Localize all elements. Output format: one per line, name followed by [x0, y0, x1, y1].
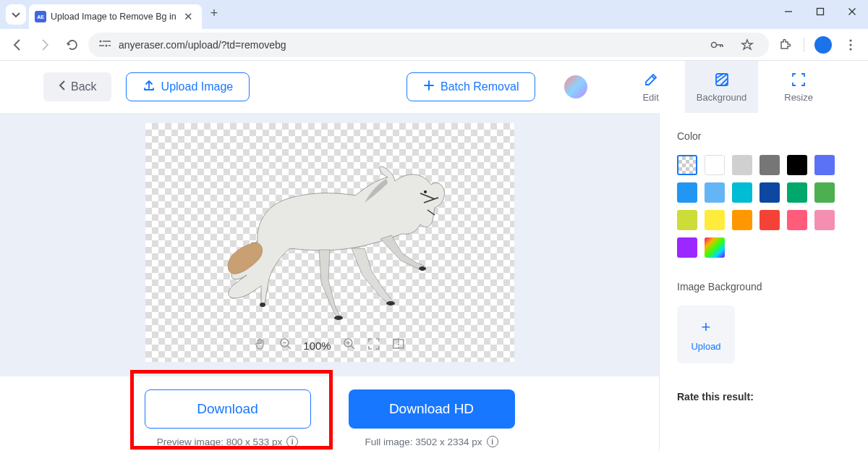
- profile-avatar[interactable]: [812, 33, 835, 56]
- color-swatch-lightgray[interactable]: [732, 155, 752, 175]
- browser-toolbar: anyeraser.com/upload/?td=removebg: [0, 29, 868, 61]
- new-tab-button[interactable]: +: [202, 6, 227, 21]
- tab-favicon: AE: [35, 11, 46, 22]
- svg-point-15: [424, 190, 427, 193]
- user-avatar[interactable]: [564, 75, 587, 98]
- color-swatch-black[interactable]: [787, 155, 807, 175]
- workspace: 100% Download: [0, 113, 660, 451]
- color-swatch-gray[interactable]: [760, 155, 780, 175]
- tab-switcher-button[interactable]: [6, 4, 26, 25]
- svg-point-17: [386, 301, 395, 305]
- canvas-frame[interactable]: 100%: [145, 123, 514, 362]
- svg-point-2: [100, 41, 102, 43]
- tool-tab-resize-label: Resize: [784, 92, 813, 103]
- extensions-icon[interactable]: [773, 33, 796, 56]
- color-grid: [677, 155, 851, 258]
- tool-tab-edit-label: Edit: [642, 92, 658, 103]
- color-swatch-yellow[interactable]: [705, 210, 725, 230]
- nav-forward-button[interactable]: [33, 33, 56, 56]
- zoom-in-icon[interactable]: [343, 337, 356, 354]
- color-swatch-blue[interactable]: [677, 182, 697, 203]
- url-text: anyeraser.com/upload/?td=removebg: [119, 39, 698, 51]
- info-icon[interactable]: i: [487, 436, 498, 447]
- back-label: Back: [71, 80, 97, 93]
- kebab-menu-icon[interactable]: [839, 33, 862, 56]
- color-swatch-teal[interactable]: [787, 182, 807, 203]
- color-swatch-purple[interactable]: [677, 237, 697, 258]
- batch-removal-label: Batch Removal: [441, 80, 519, 93]
- download-hd-button[interactable]: Download HD: [349, 389, 515, 429]
- nav-back-button[interactable]: [6, 33, 29, 56]
- upload-background-tile[interactable]: + Upload: [677, 305, 735, 363]
- plus-icon: [423, 80, 435, 94]
- color-swatch-lightpink[interactable]: [814, 210, 835, 230]
- tool-tab-resize[interactable]: Resize: [773, 61, 825, 113]
- svg-point-13: [849, 48, 851, 50]
- rate-label: Rate this result:: [677, 391, 851, 402]
- download-button[interactable]: Download: [145, 389, 311, 429]
- zoom-value: 100%: [303, 340, 331, 352]
- reload-button[interactable]: [61, 33, 84, 56]
- download-hd-meta: Full image: 3502 x 2334 px i: [365, 436, 498, 447]
- password-key-icon[interactable]: [705, 33, 728, 56]
- svg-point-4: [106, 45, 108, 47]
- image-background-label: Image Background: [677, 281, 851, 292]
- canvas-area: 100%: [0, 113, 659, 376]
- sidebar: Color Image Background + Upload Rate thi…: [660, 113, 868, 451]
- svg-line-24: [352, 346, 354, 349]
- chevron-left-icon: [58, 80, 67, 93]
- color-swatch-orange[interactable]: [732, 210, 752, 230]
- download-hd-col: Download HD Full image: 3502 x 2334 px i: [349, 389, 515, 447]
- compare-icon[interactable]: [392, 337, 405, 354]
- maximize-button[interactable]: [804, 0, 836, 23]
- main: 100% Download: [0, 113, 868, 451]
- color-swatch-pink[interactable]: [787, 210, 807, 230]
- color-swatch-navy[interactable]: [760, 182, 780, 203]
- upload-image-label: Upload Image: [161, 80, 234, 93]
- color-swatch-transparent[interactable]: [677, 155, 697, 175]
- close-window-button[interactable]: [836, 0, 868, 23]
- zoom-toolbar: 100%: [254, 337, 404, 355]
- color-swatch-skyblue[interactable]: [705, 182, 725, 203]
- svg-point-16: [334, 316, 343, 320]
- color-swatch-white[interactable]: [705, 155, 725, 175]
- svg-point-11: [849, 39, 851, 41]
- minimize-button[interactable]: [773, 0, 804, 23]
- browser-titlebar: AE Upload Image to Remove Bg in ✕ +: [0, 0, 868, 29]
- color-swatch-red[interactable]: [760, 210, 780, 230]
- pan-hand-icon[interactable]: [254, 337, 267, 355]
- color-swatch-rainbow[interactable]: [705, 237, 725, 258]
- site-settings-icon[interactable]: [98, 38, 111, 51]
- svg-line-21: [287, 346, 290, 349]
- fullscreen-icon[interactable]: [367, 337, 380, 354]
- svg-rect-1: [817, 9, 824, 15]
- color-swatch-green[interactable]: [814, 182, 835, 203]
- back-button[interactable]: Back: [43, 72, 111, 101]
- url-bar[interactable]: anyeraser.com/upload/?td=removebg: [88, 33, 769, 57]
- bookmark-star-icon[interactable]: [736, 33, 759, 56]
- svg-point-12: [849, 43, 851, 46]
- app-header: Back Upload Image Batch Removal Edit Bac…: [0, 61, 868, 113]
- upload-tile-label: Upload: [691, 341, 720, 352]
- download-meta: Preview image: 800 x 533 px i: [157, 436, 298, 447]
- info-icon[interactable]: i: [286, 436, 298, 447]
- tab-close-icon[interactable]: ✕: [181, 10, 196, 23]
- batch-removal-button[interactable]: Batch Removal: [407, 72, 536, 101]
- color-swatch-indigo[interactable]: [814, 155, 835, 175]
- tool-tab-background-label: Background: [697, 92, 746, 103]
- tool-tab-edit[interactable]: Edit: [631, 61, 670, 113]
- color-section-label: Color: [677, 130, 851, 142]
- tool-tab-background[interactable]: Background: [685, 61, 758, 113]
- svg-point-18: [419, 266, 426, 271]
- download-col: Download Preview image: 800 x 533 px i: [145, 389, 311, 447]
- svg-point-7: [712, 42, 717, 47]
- toolbar-divider: [804, 38, 804, 52]
- color-swatch-cyan[interactable]: [732, 182, 752, 203]
- color-swatch-lime[interactable]: [677, 210, 697, 230]
- zoom-out-icon[interactable]: [278, 337, 292, 354]
- upload-image-button[interactable]: Upload Image: [126, 72, 250, 101]
- tab-title: Upload Image to Remove Bg in: [51, 12, 176, 22]
- svg-point-19: [260, 303, 265, 307]
- window-controls: [773, 0, 868, 23]
- browser-tab[interactable]: AE Upload Image to Remove Bg in ✕: [29, 4, 202, 29]
